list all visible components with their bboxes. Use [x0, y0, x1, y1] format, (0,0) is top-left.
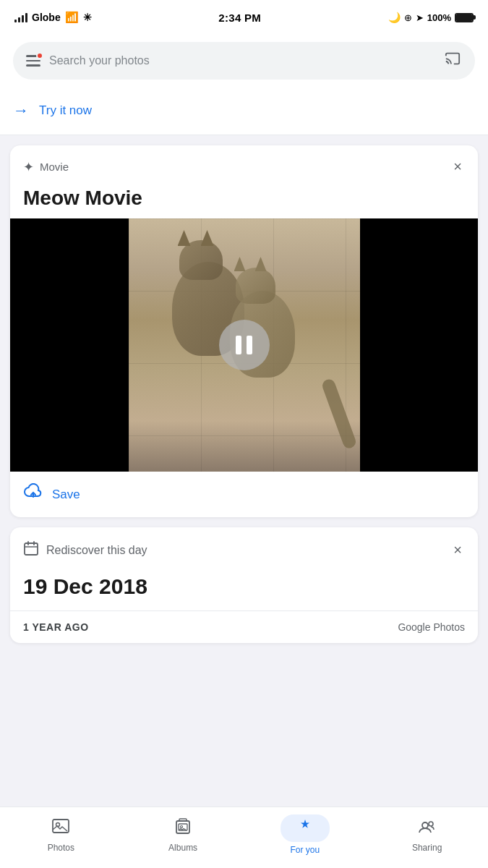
- battery-icon: [455, 13, 474, 22]
- battery-percent: 100%: [427, 12, 451, 23]
- wifi-icon: 📶: [65, 11, 79, 24]
- movie-section-label: Movie: [40, 161, 69, 173]
- svg-point-8: [429, 822, 433, 826]
- svg-point-7: [422, 822, 428, 828]
- save-button[interactable]: Save: [52, 488, 80, 502]
- for-you-icon: [296, 817, 314, 839]
- year-ago-label: 1 YEAR AGO: [23, 621, 89, 633]
- nav-item-photos[interactable]: Photos: [32, 817, 90, 853]
- gps-icon: ➤: [416, 12, 424, 23]
- nav-item-albums[interactable]: Albums: [154, 817, 212, 853]
- movie-card-header: ✦ Movie ×: [10, 145, 478, 185]
- rediscover-close-button[interactable]: ×: [450, 539, 465, 561]
- carrier-label: Globe: [32, 12, 61, 23]
- movie-card: ✦ Movie × Meow Movie: [10, 145, 478, 517]
- loader-icon: ✳: [83, 12, 92, 23]
- calendar-icon: [23, 540, 39, 560]
- photos-nav-label: Photos: [48, 843, 74, 853]
- movie-title: Meow Movie: [10, 185, 478, 218]
- photos-icon: [51, 817, 70, 840]
- time-display: 2:34 PM: [218, 12, 261, 24]
- google-photos-label: Google Photos: [398, 621, 465, 633]
- nav-item-for-you[interactable]: For you: [276, 814, 334, 855]
- for-you-active-bg: [281, 814, 330, 842]
- movie-close-button[interactable]: ×: [450, 156, 465, 178]
- svg-point-6: [181, 826, 183, 828]
- notification-dot: [36, 52, 43, 59]
- date-title: 19 Dec 2018: [10, 569, 478, 610]
- arrow-right-icon: →: [13, 101, 29, 120]
- albums-icon: [174, 817, 192, 840]
- search-bar[interactable]: Search your photos: [13, 42, 475, 80]
- rediscover-label: Rediscover this day: [46, 544, 147, 557]
- status-bar: Globe 📶 ✳ 2:34 PM 🌙 ⊕ ➤ 100%: [0, 0, 488, 32]
- try-it-now-button[interactable]: Try it now: [39, 103, 92, 118]
- save-row: Save: [10, 472, 478, 517]
- try-it-now-row[interactable]: → Try it now: [0, 90, 488, 135]
- year-ago-row: 1 YEAR AGO Google Photos: [10, 610, 478, 643]
- cloud-save-icon: [23, 483, 43, 506]
- sparkle-icon: ✦: [23, 159, 34, 175]
- rediscover-card-header: Rediscover this day ×: [10, 527, 478, 569]
- bottom-navigation: Photos Albums For you: [0, 807, 488, 868]
- menu-icon-wrap[interactable]: [26, 55, 40, 67]
- signal-icon: [14, 12, 27, 22]
- nav-item-sharing[interactable]: Sharing: [398, 817, 456, 853]
- video-player[interactable]: [10, 218, 478, 472]
- cast-icon[interactable]: [443, 51, 462, 71]
- for-you-nav-label: For you: [291, 845, 320, 855]
- albums-nav-label: Albums: [168, 843, 197, 853]
- sharing-icon: [418, 817, 437, 840]
- search-placeholder[interactable]: Search your photos: [49, 54, 435, 67]
- search-section: Search your photos: [0, 32, 488, 90]
- moon-icon: 🌙: [388, 12, 401, 23]
- pause-icon: [236, 336, 252, 354]
- location-icon: ⊕: [404, 12, 412, 23]
- svg-rect-1: [25, 543, 38, 555]
- sharing-nav-label: Sharing: [412, 843, 442, 853]
- play-pause-button[interactable]: [219, 320, 270, 370]
- rediscover-card: Rediscover this day × 19 Dec 2018 1 YEAR…: [10, 527, 478, 643]
